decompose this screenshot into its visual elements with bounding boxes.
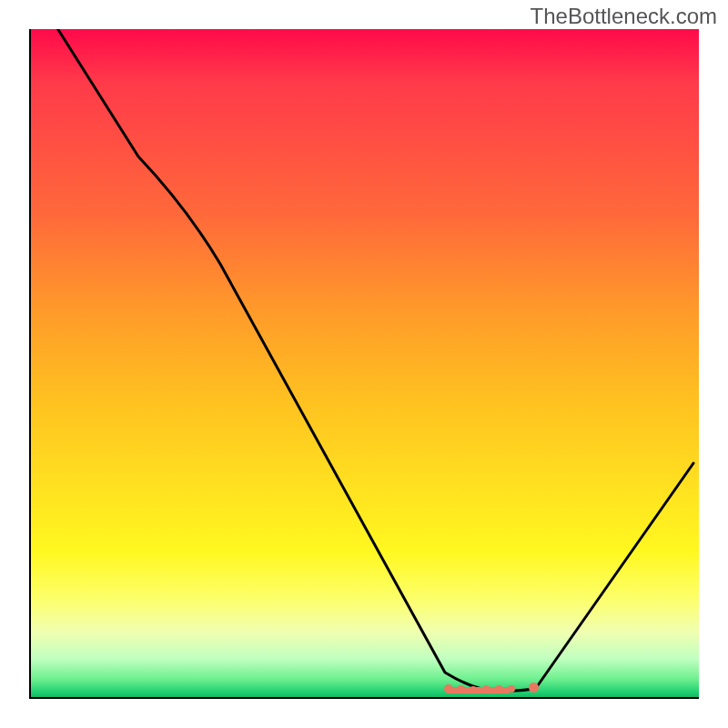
bottleneck-curve (29, 29, 699, 699)
watermark-text: TheBottleneck.com (531, 4, 717, 29)
chart-container: TheBottleneck.com (0, 0, 728, 728)
plot-area (29, 29, 699, 699)
